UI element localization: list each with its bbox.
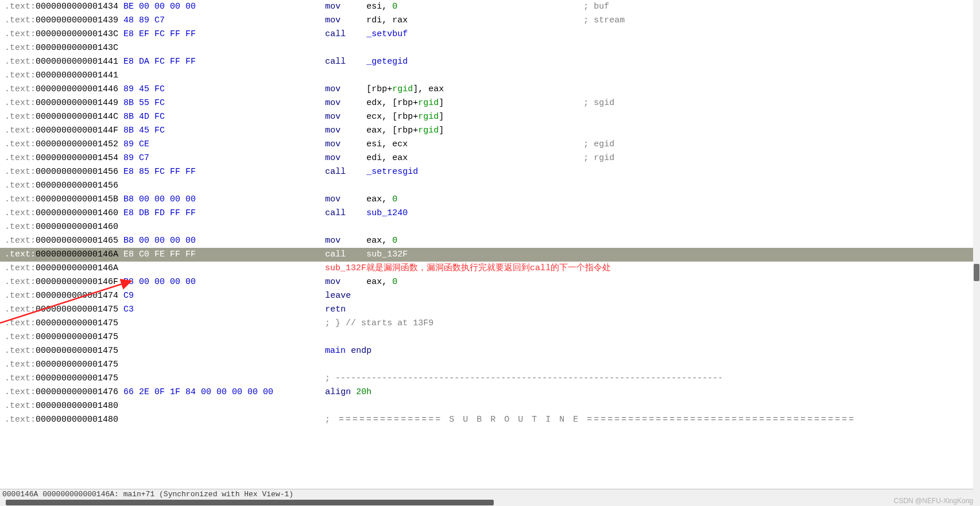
vertical-scrollbar-thumb[interactable] [974,264,979,281]
asm-token: 0 [392,277,397,287]
address: 000000000000145B [36,194,118,204]
segment-label: .text: [5,167,36,177]
disasm-line[interactable]: .text:000000000000144C 8B 4D FC mov ecx,… [0,110,973,124]
address: 000000000000146A [36,263,118,273]
segment-label: .text: [5,194,36,204]
address: 0000000000001474 [36,291,118,301]
segment-label: .text: [5,2,36,11]
segment-label: .text: [5,126,36,135]
comment: ; rgid [583,153,614,163]
disasm-line[interactable]: .text:0000000000001475 main endp [0,344,973,358]
comment: ; egid [583,139,614,149]
asm-token: + [387,84,392,94]
segment-label: .text: [5,43,36,53]
asm-token: ; } // starts at 13F9 [325,318,433,328]
segment-label: .text: [5,57,36,67]
asm-token: , [382,194,392,204]
address: 000000000000144F [36,126,118,135]
asm-token: _setvbuf [366,29,408,39]
asm-token: rgid [392,84,413,94]
address: 0000000000001475 [36,318,118,328]
asm-token: call [325,208,366,218]
horizontal-scrollbar-thumb[interactable] [6,500,494,505]
disasm-line[interactable]: .text:0000000000001460 E8 DB FD FF FF ca… [0,207,973,220]
asm-token: leave [325,291,351,301]
segment-label: .text: [5,291,36,301]
disasm-line[interactable]: .text:0000000000001434 BE 00 00 00 00 mo… [0,0,973,14]
disasm-line[interactable]: .text:0000000000001475 [0,330,973,344]
asm-token: 0 [392,2,397,11]
asm-token: + [413,112,418,122]
address: 0000000000001476 [36,387,118,397]
status-bar: 0000146A 000000000000146A: main+71 (Sync… [0,489,980,499]
address: 000000000000143C [36,29,118,39]
segment-label: .text: [5,360,36,369]
segment-label: .text: [5,401,36,411]
opcode-bytes: C9 [123,291,134,301]
disasm-line[interactable]: .text:0000000000001475 ; } // starts at … [0,317,973,330]
disasm-line[interactable]: .text:0000000000001449 8B 55 FC mov edx,… [0,96,973,110]
asm-token: esi [366,139,382,149]
disasm-line[interactable]: .text:0000000000001475 C3 retn [0,303,973,317]
asm-token: 20h [356,387,371,397]
vertical-scrollbar[interactable] [973,0,980,499]
asm-token: ] [439,98,444,108]
disasm-line[interactable]: .text:0000000000001460 [0,220,973,234]
disasm-line[interactable]: .text:0000000000001480 ; ===============… [0,413,973,427]
asm-token: ], [413,84,428,94]
asm-token: retn [325,305,346,314]
disasm-line[interactable]: .text:0000000000001441 [0,69,973,83]
disasm-line[interactable]: .text:0000000000001439 48 89 C7 mov rdi,… [0,14,973,28]
asm-token: endp [351,346,371,356]
segment-label: .text: [5,208,36,218]
disassembly-view[interactable]: .text:0000000000001434 BE 00 00 00 00 mo… [0,0,973,489]
asm-token: , [382,236,392,246]
asm-token: , [ [382,98,397,108]
asm-token: eax [392,153,408,163]
address: 0000000000001452 [36,139,118,149]
opcode-bytes: 8B 4D FC [123,112,165,122]
segment-label: .text: [5,98,36,108]
segment-label: .text: [5,139,36,149]
opcode-bytes: B8 00 00 00 00 [123,277,196,287]
segment-label: .text: [5,153,36,163]
disasm-line[interactable]: .text:0000000000001454 89 C7 mov edi, ea… [0,151,973,165]
segment-label: .text: [5,305,36,314]
address: 0000000000001454 [36,153,118,163]
opcode-bytes: E8 DA FC FF FF [123,57,196,67]
disasm-line[interactable]: .text:000000000000144F 8B 45 FC mov eax,… [0,124,973,138]
opcode-bytes: 89 45 FC [123,84,165,94]
disasm-line[interactable]: .text:000000000000143C E8 EF FC FF FF ca… [0,28,973,41]
disasm-line[interactable]: .text:0000000000001465 B8 00 00 00 00 mo… [0,234,973,248]
disasm-line[interactable]: .text:0000000000001456 [0,179,973,193]
asm-token: ; =============== S U B R O U T I N E ==… [325,415,855,425]
disasm-line[interactable]: .text:000000000000146A sub_132F就是漏洞函数，漏洞… [0,262,973,275]
watermark: CSDN @NEFU-XingKong [894,497,973,505]
asm-token: rax [392,15,408,25]
user-annotation: sub_132F就是漏洞函数，漏洞函数执行完就要返回到call的下一个指令处 [325,263,611,273]
horizontal-scrollbar[interactable] [0,499,980,506]
asm-token: mov [325,84,366,94]
segment-label: .text: [5,332,36,342]
disasm-line[interactable]: .text:0000000000001441 E8 DA FC FF FF ca… [0,55,973,69]
disasm-line[interactable]: .text:000000000000143C [0,41,973,55]
disasm-line[interactable]: .text:0000000000001475 [0,358,973,372]
disasm-line[interactable]: .text:0000000000001452 89 CE mov esi, ec… [0,138,973,151]
asm-token: [ [366,84,371,94]
disasm-line[interactable]: .text:0000000000001446 89 45 FC mov [rbp… [0,83,973,96]
segment-label: .text: [5,84,36,94]
asm-token: + [413,126,418,135]
disasm-line[interactable]: .text:0000000000001475 ; ---------------… [0,372,973,386]
disasm-line[interactable]: .text:0000000000001476 66 2E 0F 1F 84 00… [0,386,973,399]
disasm-line[interactable]: .text:0000000000001474 C9 leave [0,289,973,303]
segment-label: .text: [5,373,36,383]
disasm-line[interactable]: .text:0000000000001456 E8 85 FC FF FF ca… [0,165,973,179]
disasm-line[interactable]: .text:000000000000145B B8 00 00 00 00 mo… [0,193,973,207]
segment-label: .text: [5,15,36,25]
disasm-line[interactable]: .text:000000000000146A E8 C0 FE FF FF ca… [0,248,973,262]
disasm-line[interactable]: .text:0000000000001480 [0,399,973,413]
asm-token: align [325,387,356,397]
asm-token: edx [366,98,382,108]
disasm-line[interactable]: .text:000000000000146F B8 00 00 00 00 mo… [0,275,973,289]
opcode-bytes: 48 89 C7 [123,15,165,25]
